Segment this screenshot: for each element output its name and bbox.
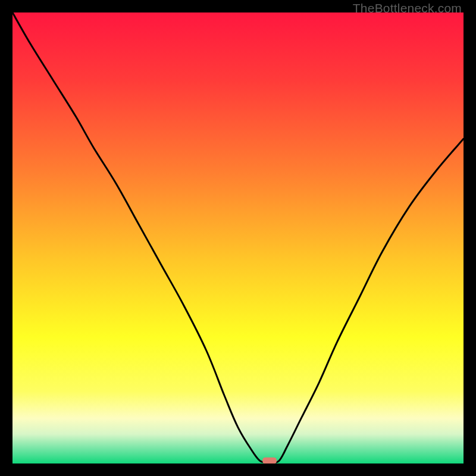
gradient-background [12, 12, 464, 464]
bottleneck-chart [12, 12, 464, 464]
watermark-text: TheBottleneck.com [353, 1, 462, 15]
optimal-marker [262, 458, 277, 464]
chart-frame [12, 12, 464, 464]
